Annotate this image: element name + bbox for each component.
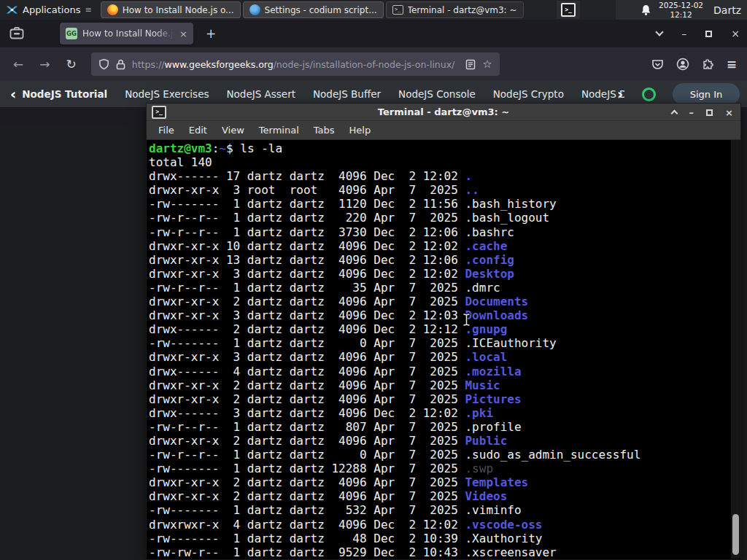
tab-active[interactable]: GG How to Install Node.js on × (60, 23, 193, 44)
terminal-titlebar[interactable]: >_ Terminal - dartz@vm3: ~ – × (147, 104, 740, 121)
clock-time: 12:12 (659, 10, 703, 19)
reload-button[interactable]: ↻ (66, 57, 77, 71)
terminal-scrollbar-thumb[interactable] (732, 514, 739, 555)
menu-hamburger-icon[interactable]: ≡ (727, 57, 737, 71)
terminal-screen[interactable]: dartz@vm3:~$ ls -latotal 140drwx------ 1… (147, 140, 740, 559)
site-nav-link[interactable]: NodeJS Buffer (313, 88, 381, 100)
taskbar-item-firefox[interactable]: How to Install Node.js o... (101, 1, 241, 18)
terminal-close-button[interactable]: × (725, 107, 733, 118)
reader-view-icon[interactable] (465, 59, 476, 70)
taskbar: How to Install Node.js o... Settings - c… (101, 0, 524, 20)
pocket-icon[interactable] (651, 58, 664, 71)
window-minimize-button[interactable]: – (681, 28, 686, 39)
tracking-shield-icon[interactable] (98, 58, 109, 70)
taskbar-item-codium[interactable]: Settings - codium script... (243, 1, 384, 18)
site-nav-link[interactable]: NodeJS Exercises (125, 88, 209, 100)
tab-bar: GG How to Install Node.js on × + – × (0, 20, 747, 47)
terminal-menu-tabs[interactable]: Tabs (306, 125, 342, 136)
tab-title: How to Install Node.js on (82, 28, 174, 39)
panel-status-area: 2025-12-02 12:12 Dartz (616, 0, 747, 20)
applications-menu-button[interactable]: Applications ≡ (0, 0, 98, 20)
taskbar-item-label: Terminal - dartz@vm3: ~ (408, 5, 517, 15)
terminal-shade-button[interactable] (670, 110, 678, 117)
taskbar-item-label: How to Install Node.js o... (123, 5, 234, 15)
clock-date: 2025-12-02 (659, 1, 703, 9)
menu-caret-icon: ≡ (85, 5, 91, 15)
terminal-maximize-button[interactable] (706, 109, 713, 116)
terminal-menu-terminal[interactable]: Terminal (252, 125, 306, 136)
account-icon[interactable] (676, 58, 689, 71)
list-all-tabs-icon[interactable] (656, 28, 664, 36)
window-close-button[interactable]: × (731, 28, 740, 39)
geeksforgeeks-favicon: GG (66, 28, 77, 39)
terminal-icon: >_ (392, 5, 403, 15)
back-button[interactable]: ← (13, 57, 23, 71)
subnav-scroll-left-icon[interactable]: ‹ (10, 87, 16, 101)
forward-button[interactable]: → (39, 57, 50, 71)
applications-label: Applications (23, 4, 80, 15)
codium-icon (249, 4, 260, 15)
tray-terminal-launcher[interactable]: >_ (557, 1, 580, 19)
notification-bell-icon[interactable] (640, 4, 651, 16)
bookmark-star-icon[interactable]: ☆ (482, 58, 492, 71)
taskbar-item-label: Settings - codium script... (265, 5, 377, 15)
terminal-minimize-button[interactable]: – (689, 107, 694, 118)
desktop-panel: Applications ≡ How to Install Node.js o.… (0, 0, 747, 20)
lock-icon[interactable] (116, 59, 125, 70)
site-nav-link[interactable]: NodeJS Console (398, 88, 476, 100)
url-bar[interactable]: https://www.geeksforgeeks.org/node-js/in… (91, 52, 500, 76)
terminal-title: Terminal - dartz@vm3: ~ (147, 106, 740, 117)
user-menu[interactable]: Dartz (713, 4, 741, 16)
url-text[interactable]: https://www.geeksforgeeks.org/node-js/in… (132, 59, 460, 70)
site-nav-links: NodeJS TutorialNodeJS ExercisesNodeJS As… (22, 88, 624, 100)
terminal-scrollbar[interactable] (731, 140, 740, 559)
distro-logo-icon (6, 4, 18, 15)
terminal-output: dartz@vm3:~$ ls -latotal 140drwx------ 1… (149, 141, 740, 559)
tab-close-icon[interactable]: × (179, 28, 187, 39)
subnav-scroll-right-icon[interactable]: › (617, 85, 623, 103)
site-nav-link[interactable]: NodeJS Tutorial (22, 88, 107, 100)
terminal-menu-help[interactable]: Help (342, 125, 379, 136)
terminal-icon: >_ (152, 106, 166, 119)
site-nav-link[interactable]: NodeJS Crypto (493, 88, 564, 100)
terminal-menubar: FileEditViewTerminalTabsHelp (147, 121, 740, 140)
terminal-menu-view[interactable]: View (214, 125, 252, 136)
extensions-puzzle-icon[interactable] (702, 58, 714, 71)
mouse-cursor-ibeam (462, 313, 471, 327)
firefox-view-icon[interactable] (9, 26, 25, 41)
window-restore-button[interactable] (705, 31, 712, 37)
site-nav-link[interactable]: NodeJS Assert (226, 88, 295, 100)
terminal-window: >_ Terminal - dartz@vm3: ~ – × FileEditV… (146, 103, 741, 560)
site-search-icon[interactable] (642, 88, 656, 101)
taskbar-item-terminal[interactable]: >_ Terminal - dartz@vm3: ~ (386, 1, 524, 18)
clock[interactable]: 2025-12-02 12:12 (659, 1, 703, 18)
sign-in-button[interactable]: Sign In (673, 83, 740, 105)
firefox-icon (107, 4, 118, 15)
navigation-toolbar: ← → ↻ https://www.geeksforgeeks.org/node… (0, 47, 747, 81)
terminal-menu-file[interactable]: File (151, 125, 182, 136)
new-tab-button[interactable]: + (203, 26, 219, 41)
terminal-icon: >_ (561, 3, 576, 17)
terminal-menu-edit[interactable]: Edit (182, 125, 214, 136)
